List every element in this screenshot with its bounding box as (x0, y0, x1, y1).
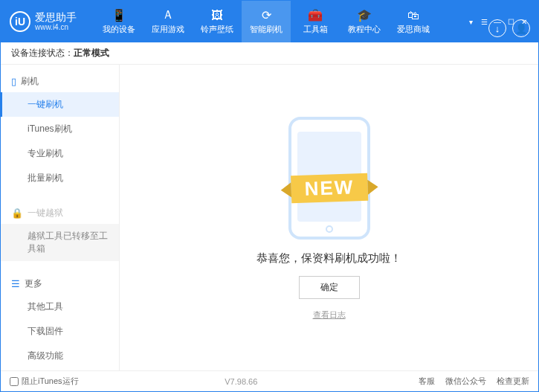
tutorial-icon: 🎓 (358, 9, 371, 22)
sidebar-header-jailbreak: 🔒一键越狱 (1, 202, 119, 224)
nav-label: 铃声壁纸 (201, 24, 233, 35)
settings-icon[interactable]: ☰ (479, 16, 489, 27)
nav-label: 智能刷机 (250, 24, 283, 35)
nav-label: 我的设备 (103, 24, 135, 35)
nav-toolbox[interactable]: 🧰工具箱 (291, 1, 340, 42)
sidebar-header-label: 更多 (25, 277, 42, 290)
main-content: NEW 恭喜您，保资料刷机成功啦！ 确定 查看日志 (120, 65, 538, 370)
success-illustration: NEW (274, 115, 385, 241)
nav-store[interactable]: 🛍爱思商城 (389, 1, 438, 42)
sidebar-jailbreak-info: 越狱工具已转移至工具箱 (1, 224, 119, 261)
new-banner: NEW (291, 173, 368, 203)
footer-link-support[interactable]: 客服 (419, 376, 435, 387)
sidebar-item-itunes-flash[interactable]: iTunes刷机 (1, 117, 119, 141)
sidebar-item-advanced[interactable]: 高级功能 (1, 344, 119, 368)
sidebar-header-more[interactable]: ☰更多 (1, 273, 119, 295)
list-icon: ☰ (11, 278, 20, 289)
status-bar: 设备连接状态： 正常模式 (1, 42, 538, 65)
sidebar-item-pro-flash[interactable]: 专业刷机 (1, 141, 119, 166)
titlebar: iU 爱思助手 www.i4.cn 📱我的设备 Ａ应用游戏 🖼铃声壁纸 ⟳智能刷… (1, 1, 538, 42)
view-log-link[interactable]: 查看日志 (313, 309, 346, 321)
sidebar-header-label: 一键越狱 (28, 207, 63, 219)
footer: 阻止iTunes运行 V7.98.66 客服 微信公众号 检查更新 (1, 370, 538, 391)
checkbox-input[interactable] (10, 377, 19, 386)
download-button[interactable]: ↓ (488, 19, 506, 37)
status-value: 正常模式 (74, 47, 109, 60)
sidebar-header-flash[interactable]: ▯刷机 (1, 71, 119, 92)
status-label: 设备连接状态： (11, 47, 74, 60)
brand-name: 爱思助手 (35, 12, 77, 23)
confirm-button[interactable]: 确定 (299, 276, 360, 299)
sidebar-item-oneclick-flash[interactable]: 一键刷机 (1, 92, 119, 117)
nav-tutorials[interactable]: 🎓教程中心 (340, 1, 389, 42)
nav-label: 工具箱 (303, 24, 328, 35)
user-button[interactable]: 👤 (512, 19, 530, 37)
nav-apps[interactable]: Ａ应用游戏 (143, 1, 193, 42)
sidebar-item-download-firmware[interactable]: 下载固件 (1, 319, 119, 344)
brand-logo: iU 爱思助手 www.i4.cn (10, 11, 77, 32)
flash-icon: ⟳ (259, 9, 273, 22)
sidebar: ▯刷机 一键刷机 iTunes刷机 专业刷机 批量刷机 🔒一键越狱 越狱工具已转… (1, 65, 120, 370)
nav-label: 应用游戏 (152, 24, 184, 35)
nav-label: 教程中心 (348, 24, 381, 35)
brand-url: www.i4.cn (35, 23, 77, 31)
success-message: 恭喜您，保资料刷机成功啦！ (256, 251, 401, 266)
footer-link-update[interactable]: 检查更新 (497, 376, 529, 387)
phone-icon: ▯ (11, 76, 16, 87)
sidebar-item-other-tools[interactable]: 其他工具 (1, 295, 119, 319)
nav-flash[interactable]: ⟳智能刷机 (242, 1, 291, 42)
nav-ringtones[interactable]: 🖼铃声壁纸 (193, 1, 242, 42)
sidebar-header-label: 刷机 (21, 75, 39, 88)
footer-link-wechat[interactable]: 微信公众号 (445, 376, 486, 387)
nav-label: 爱思商城 (397, 24, 430, 35)
menu-icon[interactable]: ▾ (465, 16, 476, 27)
logo-icon: iU (10, 11, 30, 32)
device-icon: 📱 (112, 9, 126, 22)
wallpaper-icon: 🖼 (210, 9, 224, 22)
sidebar-item-batch-flash[interactable]: 批量刷机 (1, 166, 119, 190)
store-icon: 🛍 (407, 9, 420, 22)
checkbox-label: 阻止iTunes运行 (22, 376, 79, 387)
top-nav: 📱我的设备 Ａ应用游戏 🖼铃声壁纸 ⟳智能刷机 🧰工具箱 🎓教程中心 🛍爱思商城 (94, 1, 465, 42)
version-label: V7.98.66 (225, 377, 257, 386)
apps-icon: Ａ (161, 9, 175, 22)
toolbox-icon: 🧰 (309, 9, 322, 22)
checkbox-block-itunes[interactable]: 阻止iTunes运行 (10, 376, 79, 387)
nav-my-device[interactable]: 📱我的设备 (94, 1, 143, 42)
lock-icon: 🔒 (11, 208, 23, 219)
